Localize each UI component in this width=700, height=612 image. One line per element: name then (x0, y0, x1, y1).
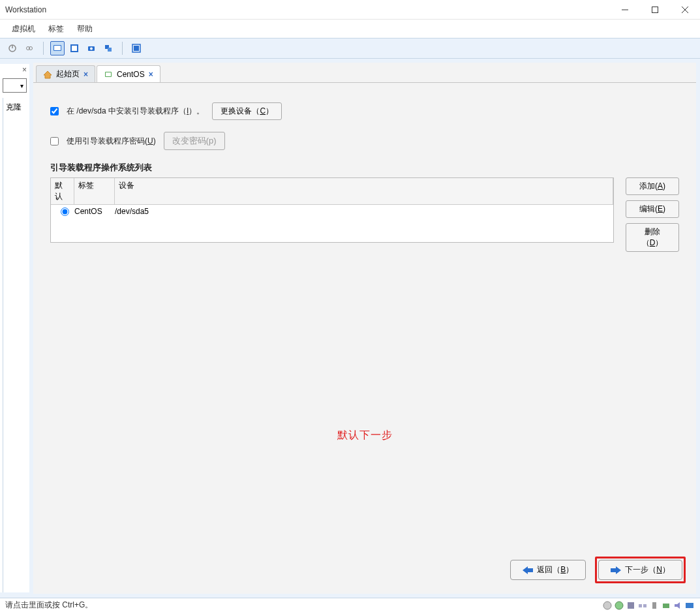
install-bootloader-checkbox[interactable] (50, 107, 59, 115)
svg-rect-28 (652, 602, 656, 609)
message-icon[interactable] (684, 600, 695, 611)
svg-marker-21 (523, 566, 533, 574)
snapshot-manager-icon (104, 44, 113, 53)
edit-button[interactable]: 编辑(E) (626, 200, 679, 218)
toolbar (0, 38, 700, 59)
sound-icon[interactable] (673, 600, 683, 611)
tab-centos[interactable]: CentOS × (97, 65, 160, 82)
tab-label: 起始页 (56, 69, 80, 80)
change-device-button[interactable]: 更换设备（C） (212, 102, 282, 120)
pane-close-button[interactable]: × (0, 64, 29, 76)
status-text: 请点击里面或按 Ctrl+G。 (5, 600, 93, 611)
installer-content: 在 /dev/sda 中安装引导装载程序（I）。 更换设备（C） 使用引导装载程… (33, 82, 696, 594)
add-button[interactable]: 添加(A) (626, 177, 679, 195)
annotation-text: 默认下一步 (33, 429, 696, 442)
unity-icon (70, 44, 79, 53)
menu-help[interactable]: 帮助 (70, 22, 99, 36)
fullscreen-button[interactable] (129, 41, 144, 55)
menu-tabs[interactable]: 标签 (42, 22, 70, 36)
power-toggle-button[interactable] (5, 41, 20, 55)
table-row[interactable]: CentOS /dev/sda5 (51, 205, 613, 218)
svg-point-24 (615, 602, 623, 609)
console-icon (53, 44, 62, 53)
separator (122, 42, 123, 55)
nav-buttons: 返回（B） 下一步（N） (510, 557, 686, 583)
delete-button[interactable]: 删除（D） (626, 223, 679, 252)
install-bootloader-row: 在 /dev/sda 中安装引导装载程序（I）。 更换设备（C） (50, 102, 679, 120)
snapshot-button[interactable] (84, 41, 99, 55)
window-titlebar: Workstation (0, 0, 700, 20)
printer-icon[interactable] (661, 600, 671, 611)
floppy-icon[interactable] (626, 600, 636, 611)
window-controls (610, 0, 700, 20)
tab-close-icon[interactable]: × (149, 70, 153, 79)
snapshot-manager-button[interactable] (101, 41, 115, 55)
col-device[interactable]: 设备 (115, 178, 613, 204)
disk-icon[interactable] (602, 600, 613, 611)
svg-rect-17 (134, 46, 139, 51)
svg-rect-1 (652, 7, 658, 12)
power-icon (8, 44, 17, 53)
col-default[interactable]: 默认 (51, 178, 74, 204)
next-button[interactable]: 下一步（N） (598, 560, 682, 580)
home-icon (43, 70, 52, 79)
install-bootloader-label: 在 /dev/sda 中安装引导装载程序（I）。 (67, 106, 204, 117)
tree-item-clone[interactable]: 克隆 (5, 100, 28, 114)
svg-rect-31 (686, 603, 693, 608)
statusbar: 请点击里面或按 Ctrl+G。 (0, 598, 700, 612)
menu-vm[interactable]: 虚拟机 (5, 22, 42, 36)
svg-rect-15 (108, 48, 112, 52)
editor-pane: 起始页 × CentOS × 在 /dev/sda 中安装引导装载程序（I）。 … (33, 63, 696, 594)
svg-rect-25 (628, 602, 634, 609)
window-title: Workstation (5, 5, 46, 14)
usb-icon[interactable] (649, 600, 660, 611)
os-list-wrap: 默认 标签 设备 CentOS /dev/sda5 添加(A) (50, 177, 679, 252)
svg-rect-27 (643, 604, 647, 607)
use-password-label: 使用引导装载程序密码(U) (67, 136, 156, 147)
snapshot-icon (87, 44, 96, 53)
menubar: 虚拟机 标签 帮助 (0, 20, 700, 38)
os-list-title: 引导装载程序操作系统列表 (50, 162, 679, 174)
view-unity-button[interactable] (67, 41, 82, 55)
back-button[interactable]: 返回（B） (510, 560, 586, 580)
next-highlight: 下一步（N） (595, 557, 686, 583)
fullscreen-icon (132, 44, 141, 53)
library-pane: × ▾ 克隆 (0, 64, 29, 592)
minimize-button[interactable] (610, 0, 640, 20)
separator (43, 42, 44, 55)
tab-label: CentOS (117, 70, 145, 79)
svg-rect-9 (54, 46, 61, 50)
maximize-button[interactable] (640, 0, 670, 20)
svg-marker-30 (675, 602, 680, 609)
close-button[interactable] (670, 0, 700, 20)
network-icon[interactable] (637, 600, 648, 611)
workspace: × ▾ 克隆 起始页 × CentOS × 在 /dev/sda 中安装引导装载… (0, 59, 700, 598)
close-icon (682, 7, 688, 13)
view-console-button[interactable] (50, 41, 65, 55)
table-side-buttons: 添加(A) 编辑(E) 删除（D） (626, 177, 679, 252)
row-label: CentOS (74, 207, 115, 216)
col-label[interactable]: 标签 (74, 178, 115, 204)
svg-marker-18 (44, 71, 52, 78)
library-tree: 克隆 (3, 98, 29, 592)
svg-rect-29 (663, 604, 669, 608)
library-combo[interactable]: ▾ (3, 78, 27, 93)
row-device: /dev/sda5 (115, 207, 609, 216)
cdrom-icon[interactable] (614, 600, 624, 611)
tab-close-icon[interactable]: × (84, 70, 88, 79)
svg-rect-26 (639, 604, 642, 607)
status-icons (602, 600, 695, 611)
svg-rect-20 (106, 72, 111, 76)
os-table: 默认 标签 设备 CentOS /dev/sda5 (50, 177, 614, 243)
minimize-icon (622, 7, 628, 13)
svg-marker-22 (611, 566, 621, 574)
tab-home[interactable]: 起始页 × (36, 65, 95, 82)
use-password-checkbox[interactable] (50, 137, 59, 145)
vm-icon (104, 70, 113, 79)
maximize-icon (652, 7, 658, 13)
svg-rect-11 (72, 46, 77, 51)
row-default-radio[interactable] (55, 207, 74, 216)
table-header: 默认 标签 设备 (51, 178, 613, 205)
connect-button[interactable] (22, 41, 37, 55)
connect-icon (25, 44, 34, 53)
